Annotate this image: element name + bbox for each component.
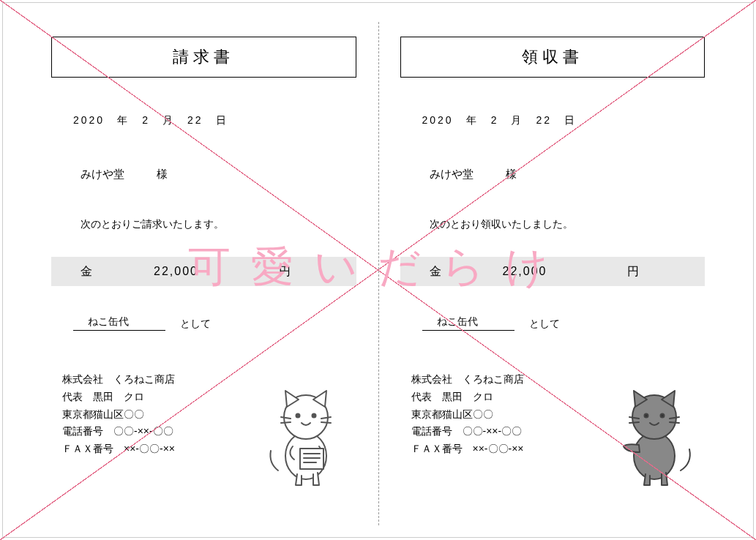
svg-line-11 [321, 422, 331, 423]
invoice-purpose-suffix: として [180, 318, 211, 331]
invoice-amount-row: 金 22,000 円 [51, 257, 356, 286]
invoice-amount-value: 22,000 [132, 265, 279, 278]
white-cat-icon [265, 386, 349, 489]
receipt-amount-label: 金 [430, 264, 481, 280]
invoice-date: 2020 年 2 月 22 日 [73, 114, 356, 127]
invoice-amount-label: 金 [81, 264, 132, 280]
receipt-date: 2020 年 2 月 22 日 [422, 114, 706, 127]
invoice-purpose: ねこ缶代 [73, 315, 165, 331]
invoice-purpose-row: ねこ缶代 として [73, 315, 356, 331]
receipt-panel: 領収書 2020 年 2 月 22 日 みけや堂 様 次のとおり領収いたしました… [378, 22, 727, 518]
receipt-amount-value: 22,000 [481, 265, 628, 278]
invoice-title: 請求書 [51, 37, 356, 78]
invoice-recipient-name: みけや堂 [81, 168, 124, 180]
svg-point-15 [661, 414, 665, 418]
receipt-purpose-row: ねこ缶代 として [422, 315, 706, 331]
svg-line-9 [281, 422, 291, 423]
invoice-recipient-honorific: 様 [157, 168, 168, 180]
receipt-recipient: みけや堂 様 [430, 168, 706, 181]
svg-point-14 [645, 414, 648, 418]
invoice-recipient: みけや堂 様 [81, 168, 356, 181]
invoice-amount-unit: 円 [279, 264, 327, 280]
invoice-statement: 次のとおりご請求いたします。 [81, 218, 356, 231]
receipt-amount-unit: 円 [627, 264, 675, 280]
receipt-statement: 次のとおり領収いたしました。 [430, 218, 706, 231]
receipt-recipient-honorific: 様 [506, 168, 517, 180]
svg-line-19 [670, 422, 679, 423]
receipt-purpose: ねこ缶代 [422, 315, 514, 331]
gray-cat-icon [613, 386, 697, 489]
receipt-title: 領収書 [400, 37, 706, 78]
receipt-amount-row: 金 22,000 円 [400, 257, 706, 286]
svg-line-17 [629, 422, 639, 423]
svg-point-7 [312, 414, 315, 418]
receipt-purpose-suffix: として [529, 318, 560, 331]
receipt-recipient-name: みけや堂 [430, 168, 474, 180]
invoice-panel: 請求書 2020 年 2 月 22 日 みけや堂 様 次のとおりご請求いたします… [29, 22, 378, 518]
vertical-divider [378, 22, 379, 525]
svg-point-6 [296, 414, 299, 418]
